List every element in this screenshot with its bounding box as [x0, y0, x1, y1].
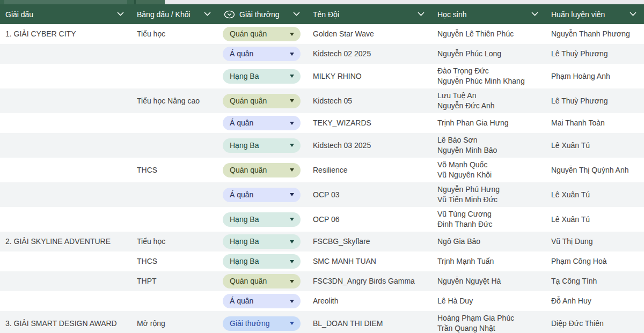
table-row: Á quân TEKY_WIZARDS Trịnh Phan Gia Hưng … — [0, 113, 644, 133]
column-header-students[interactable]: Học sinh — [432, 4, 546, 24]
prize-chip[interactable]: Hạng Ba — [223, 138, 301, 153]
cell-division — [131, 291, 218, 311]
student-name: Lê Hà Duy — [437, 296, 473, 306]
dropdown-arrow-icon — [290, 99, 294, 102]
prize-chip[interactable]: Á quân — [223, 47, 301, 61]
cell-tournament — [0, 271, 131, 291]
dropdown-arrow-icon — [290, 122, 294, 125]
prize-chip-label: Á quân — [230, 118, 253, 128]
cell-students: Đào Trọng ĐứcNguyễn Phúc Minh Khang — [432, 64, 546, 88]
prize-chip-label: Quán quân — [230, 96, 267, 106]
prize-chip[interactable]: Quán quân — [223, 27, 301, 41]
dropdown-arrow-icon — [290, 218, 294, 221]
column-header-left: Học sinh — [437, 10, 466, 19]
student-name: Nguyễn Phú Hưng — [437, 184, 500, 195]
student-name: Nguyễn Phúc Long — [437, 49, 501, 59]
cell-coach: Lê Xuân Tú — [546, 182, 644, 207]
prize-chip-label: Hạng Ba — [230, 140, 259, 151]
cell-tournament — [0, 182, 131, 207]
chevron-down-icon[interactable] — [630, 12, 636, 17]
prize-chip[interactable]: Á quân — [223, 294, 301, 308]
column-header-tournament[interactable]: Giải đấu — [0, 4, 131, 24]
dropdown-arrow-icon — [290, 144, 294, 147]
prize-chip[interactable]: Á quân — [223, 188, 301, 202]
column-header-left: Huấn luyện viên — [551, 10, 605, 19]
table-row: 2. GIẢI SKYLINE ADVENTURE Tiểu học Hạng … — [0, 232, 644, 251]
cell-team: FSCBG_Skyflare — [308, 232, 432, 251]
table-row: THCS Hạng Ba SMC MANH TUAN Trịnh Mạnh Tu… — [0, 251, 644, 271]
cell-tournament — [0, 113, 131, 133]
cell-division: Tiểu học — [131, 24, 218, 44]
cell-division: THPT — [131, 271, 218, 291]
prize-chip[interactable]: Á quân — [223, 116, 301, 130]
prize-chip[interactable]: Quán quân — [223, 94, 301, 108]
prize-chip-label: Hạng Ba — [230, 214, 259, 225]
cell-coach: Lê Xuân Tú — [546, 133, 644, 158]
cell-division — [131, 182, 218, 207]
prize-chip[interactable]: Hạng Ba — [223, 254, 301, 269]
table-row: Hạng Ba Kidstech 03 2025 Lê Bảo SơnNguyễ… — [0, 133, 644, 158]
column-header-label: Giải đấu — [5, 10, 33, 19]
prize-chip[interactable]: Hạng Ba — [223, 212, 301, 227]
column-header-label: Huấn luyện viên — [551, 10, 605, 19]
prize-chip-label: Quán quân — [230, 165, 267, 175]
student-name: Vũ Tiến Minh Đức — [437, 195, 497, 205]
table-row: Á quân OCP 03 Nguyễn Phú HưngVũ Tiến Min… — [0, 182, 644, 207]
cell-team: OCP 03 — [308, 182, 432, 207]
cell-students: Nguyễn Phú HưngVũ Tiến Minh Đức — [432, 182, 546, 207]
cell-prize: Quán quân — [218, 24, 308, 44]
cell-students: Nguyễn Nguyệt Hà — [432, 271, 546, 291]
table-body: 1. GIẢI CYBER CITY Tiểu học Quán quân Go… — [0, 24, 644, 333]
column-header-coach[interactable]: Huấn luyện viên — [546, 4, 644, 24]
chevron-down-icon[interactable] — [117, 12, 124, 17]
cell-prize: Á quân — [218, 113, 308, 133]
cell-coach: Nguyễn Thanh Phương — [546, 24, 644, 44]
cell-prize: Hạng Ba — [218, 64, 308, 88]
prize-chip-label: Giải thưởng — [230, 319, 270, 329]
cell-team: Golden Star Wave — [308, 24, 432, 44]
cell-team: Kidstech 05 — [308, 88, 432, 113]
cell-prize: Á quân — [218, 182, 308, 207]
prize-chip[interactable]: Quán quân — [223, 274, 301, 288]
table-row: THCS Quán quân Resilience Võ Mạnh QuốcVũ… — [0, 158, 644, 182]
cell-students: Võ Mạnh QuốcVũ Nguyên Khôi — [432, 158, 546, 182]
cell-tournament — [0, 291, 131, 311]
cell-students: Trịnh Phan Gia Hưng — [432, 113, 546, 133]
select-field-icon — [224, 10, 235, 19]
column-header-left: Tên Đội — [313, 10, 339, 19]
chevron-down-icon[interactable] — [204, 12, 211, 17]
student-name: Vũ Tùng Cương — [437, 209, 492, 219]
cell-division: Mở rộng — [131, 311, 218, 333]
table-row: THPT Quán quân FSC3DN_Angry Birds Gamma … — [0, 271, 644, 291]
chevron-down-icon[interactable] — [531, 12, 538, 17]
dropdown-arrow-icon — [290, 280, 294, 283]
prize-chip[interactable]: Giải thưởng — [223, 316, 301, 331]
column-header-division[interactable]: Bảng đấu / Khối — [131, 4, 218, 24]
student-name: Lê Bảo Sơn — [437, 135, 478, 145]
chevron-down-icon[interactable] — [293, 12, 300, 17]
student-name: Nguyễn Nguyệt Hà — [437, 276, 501, 286]
table-row: Hạng Ba MILKY RHINO Đào Trọng ĐứcNguyễn … — [0, 64, 644, 88]
cell-coach: Lê Xuân Tú — [546, 207, 644, 232]
prize-chip[interactable]: Hạng Ba — [223, 234, 301, 249]
prize-chip[interactable]: Hạng Ba — [223, 69, 301, 84]
cell-team: Kidstech 03 2025 — [308, 133, 432, 158]
cell-coach: Lê Thuỳ Phương — [546, 88, 644, 113]
column-header-left: Giải thưởng — [224, 10, 280, 19]
cell-team: OCP 06 — [308, 207, 432, 232]
cell-coach: Vũ Thị Dung — [546, 232, 644, 251]
cell-tournament — [0, 207, 131, 232]
cell-team: MILKY RHINO — [308, 64, 432, 88]
cell-prize: Quán quân — [218, 158, 308, 182]
cell-division: Tiểu học Nâng cao — [131, 88, 218, 113]
student-name: Nguyễn Minh Bảo — [437, 145, 497, 156]
cell-students: Vũ Tùng CươngĐinh Thanh Đức — [432, 207, 546, 232]
chevron-down-icon[interactable] — [418, 12, 425, 17]
column-header-prize[interactable]: Giải thưởng — [218, 4, 308, 24]
column-header-team[interactable]: Tên Đội — [308, 4, 432, 24]
prize-chip-label: Á quân — [230, 296, 253, 306]
cell-prize: Á quân — [218, 44, 308, 64]
prize-chip[interactable]: Quán quân — [223, 163, 301, 177]
cell-division — [131, 133, 218, 158]
view-tab[interactable] — [4, 0, 127, 4]
